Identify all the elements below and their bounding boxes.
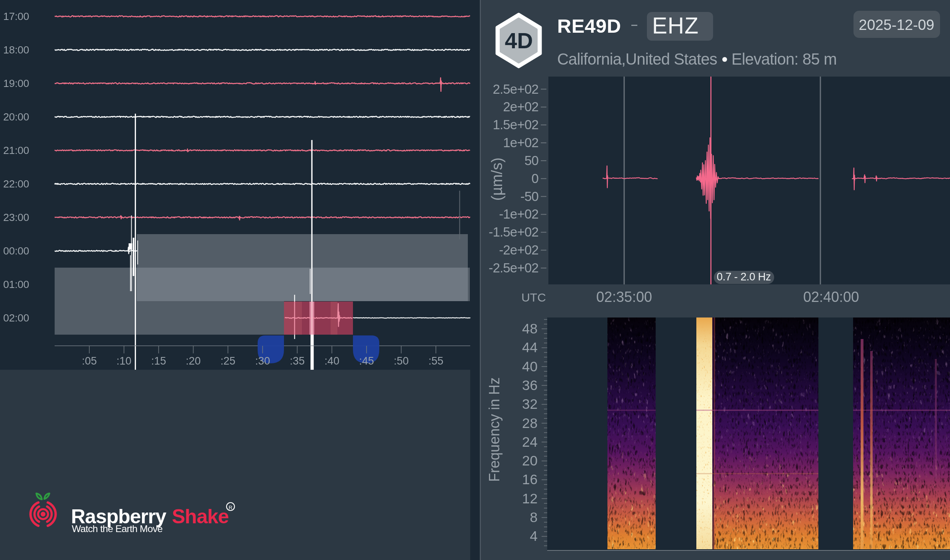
svg-text:01:00: 01:00: [3, 278, 29, 290]
svg-text:02:35:00: 02:35:00: [596, 289, 652, 305]
svg-text:00:00: 00:00: [3, 245, 29, 257]
svg-text:RE49D: RE49D: [557, 15, 621, 37]
svg-text::35: :35: [290, 355, 305, 367]
svg-text:24: 24: [522, 434, 538, 450]
svg-text::15: :15: [151, 355, 166, 367]
svg-text::10: :10: [116, 355, 132, 367]
svg-text::25: :25: [221, 355, 236, 367]
svg-text:8: 8: [530, 509, 538, 525]
svg-text:20:00: 20:00: [3, 111, 29, 123]
svg-text::50: :50: [394, 355, 409, 367]
svg-text:0.7 - 2.0 Hz: 0.7 - 2.0 Hz: [717, 271, 771, 283]
svg-text:Watch the Earth Move: Watch the Earth Move: [72, 523, 163, 534]
svg-text:1.5e+02: 1.5e+02: [493, 117, 538, 132]
svg-text:32: 32: [522, 396, 538, 412]
svg-text:EHZ: EHZ: [652, 13, 699, 38]
svg-text:20: 20: [522, 453, 538, 468]
svg-text::40: :40: [324, 355, 339, 367]
svg-text::55: :55: [428, 355, 443, 367]
svg-text:16: 16: [522, 471, 538, 487]
svg-text:0: 0: [531, 171, 538, 186]
svg-text:-2e+02: -2e+02: [499, 243, 538, 257]
svg-text:2e+02: 2e+02: [503, 99, 538, 114]
svg-text:UTC: UTC: [521, 291, 546, 304]
svg-text:50: 50: [524, 153, 539, 168]
svg-text:12: 12: [522, 491, 538, 506]
svg-text:-1e+02: -1e+02: [499, 207, 538, 221]
svg-text:22:00: 22:00: [3, 178, 29, 190]
svg-text:28: 28: [522, 415, 538, 431]
svg-text:Elevation: 85 m: Elevation: 85 m: [731, 50, 837, 68]
svg-text:4D: 4D: [505, 28, 533, 53]
svg-text:40: 40: [522, 359, 538, 374]
svg-text:18:00: 18:00: [3, 44, 29, 56]
svg-text::45: :45: [359, 355, 374, 367]
svg-text:Frequency in Hz: Frequency in Hz: [486, 377, 503, 482]
svg-text:36: 36: [522, 377, 538, 393]
svg-text:02:00: 02:00: [3, 312, 29, 324]
svg-text:19:00: 19:00: [3, 77, 29, 89]
svg-text:R: R: [229, 505, 232, 511]
svg-text:48: 48: [522, 321, 538, 336]
svg-text:-2.5e+02: -2.5e+02: [489, 260, 538, 275]
svg-text:17:00: 17:00: [3, 10, 29, 22]
svg-text:4: 4: [530, 528, 538, 544]
svg-text:2025-12-09: 2025-12-09: [859, 17, 934, 33]
svg-text::30: :30: [255, 355, 270, 367]
svg-text::20: :20: [186, 355, 201, 367]
svg-text:1e+02: 1e+02: [503, 135, 538, 150]
svg-text:2.5e+02: 2.5e+02: [493, 82, 538, 97]
svg-text:44: 44: [522, 339, 538, 355]
svg-text:California,United States: California,United States: [557, 50, 717, 68]
svg-text:23:00: 23:00: [3, 211, 29, 223]
svg-text:-1.5e+02: -1.5e+02: [489, 225, 538, 239]
svg-text:(µm/s): (µm/s): [489, 158, 505, 201]
svg-text:-50: -50: [520, 189, 539, 204]
svg-text:21:00: 21:00: [3, 144, 29, 156]
svg-text:02:40:00: 02:40:00: [803, 289, 859, 305]
svg-text:Shake: Shake: [172, 505, 229, 528]
svg-text::05: :05: [82, 355, 97, 367]
